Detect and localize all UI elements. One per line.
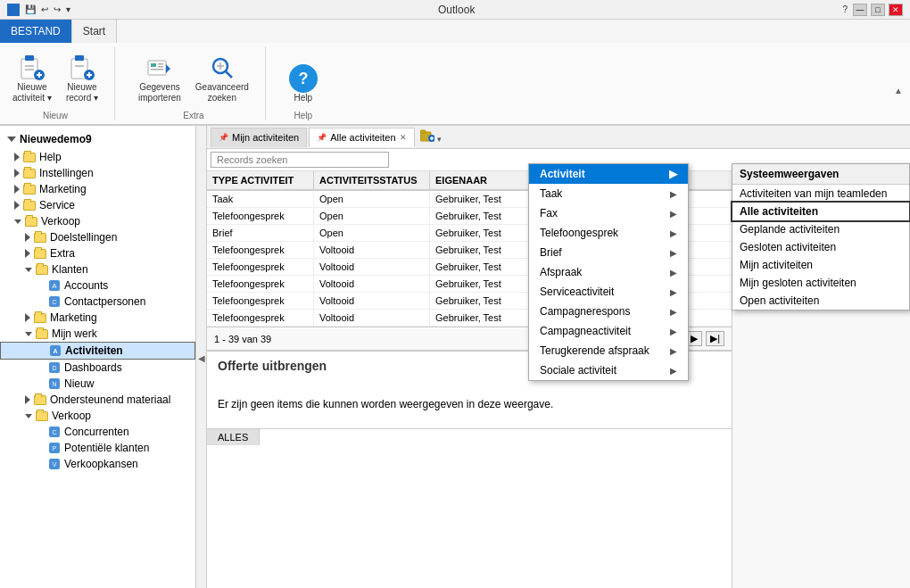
sidebar-item-nieuw[interactable]: N Nieuw xyxy=(0,376,195,392)
contactpersonen-icon: C xyxy=(48,295,61,308)
minimize-btn[interactable]: — xyxy=(853,4,867,16)
ribbon: BESTAND Start Nieuweactiviteit ▾ Nieuwer… xyxy=(0,20,910,126)
sv-item-gesloten[interactable]: Gesloten activiteiten xyxy=(732,238,909,256)
sidebar-label-verkoop2: Verkoop xyxy=(52,410,91,422)
dropdown-qa-btn[interactable]: ▾ xyxy=(64,4,72,15)
sidebar-label-mijn-werk: Mijn werk xyxy=(52,327,97,340)
cell-status: Open xyxy=(314,191,430,207)
mijn-werk-folder-icon xyxy=(36,329,48,339)
help-btn[interactable]: ? Help xyxy=(284,62,323,105)
help-title-btn[interactable]: ? xyxy=(840,4,849,16)
sidebar-item-verkoop[interactable]: Verkoop xyxy=(0,213,195,229)
sv-item-mijn[interactable]: Mijn activiteiten xyxy=(732,256,909,274)
bottom-empty-msg: Er zijn geen items die kunnen worden wee… xyxy=(207,380,732,428)
sidebar-item-ondersteunend[interactable]: Ondersteunend materiaal xyxy=(0,392,195,408)
tab-bar: 📌 Mijn activiteiten 📌 Alle activiteiten … xyxy=(207,126,910,149)
tab-close-btn[interactable]: ✕ xyxy=(400,133,407,142)
ctx-item-campagneactiviteit[interactable]: Campagneactiviteit ▶ xyxy=(529,321,688,341)
sidebar-item-instellingen[interactable]: Instellingen xyxy=(0,165,195,181)
svg-text:C: C xyxy=(52,429,56,435)
tab-bestand[interactable]: BESTAND xyxy=(0,20,72,43)
ctx-header-activiteit[interactable]: Activiteit ▶ xyxy=(529,164,688,184)
sidebar-root[interactable]: Nieuwedemo9 xyxy=(0,129,195,149)
verkoop2-folder-icon xyxy=(36,411,48,421)
empty-msg-text: Er zijn geen items die kunnen worden wee… xyxy=(218,398,553,410)
ctx-item-afspraak[interactable]: Afspraak ▶ xyxy=(529,262,688,282)
page-last-btn[interactable]: ▶| xyxy=(706,331,724,346)
search-input[interactable] xyxy=(211,152,389,168)
ctx-item-fax[interactable]: Fax ▶ xyxy=(529,203,688,223)
cell-type: Telefoongesprek xyxy=(207,242,314,258)
ctx-item-telefoongesprek[interactable]: Telefoongesprek ▶ xyxy=(529,223,688,243)
svg-line-20 xyxy=(226,71,232,78)
sidebar-item-contactpersonen[interactable]: C Contactpersonen xyxy=(0,294,195,310)
mijn-werk-chevron xyxy=(25,332,32,336)
ctx-label-afspraak: Afspraak xyxy=(540,266,582,278)
sidebar-item-verkoop2[interactable]: Verkoop xyxy=(0,408,195,424)
ctx-header-label: Activiteit xyxy=(540,168,585,180)
verkoop-folder-icon xyxy=(25,217,37,227)
sv-item-open[interactable]: Open activiteiten xyxy=(732,292,909,310)
ctx-arrow-taak: ▶ xyxy=(670,189,677,199)
ribbon-collapse-btn[interactable]: ▲ xyxy=(894,86,903,95)
new-activity-btn[interactable]: Nieuweactiviteit ▾ xyxy=(7,52,57,105)
tab-start[interactable]: Start xyxy=(72,20,117,43)
marketing2-chevron xyxy=(25,313,30,322)
new-activity-icon xyxy=(18,54,46,82)
new-record-btn[interactable]: Nieuwerecord ▾ xyxy=(61,52,103,105)
sidebar-item-concurrenten[interactable]: C Concurrenten xyxy=(0,424,195,440)
ctx-item-sociale[interactable]: Sociale activiteit ▶ xyxy=(529,360,688,380)
import-btn[interactable]: Gegevensimporteren xyxy=(133,52,186,105)
context-menu: Activiteit ▶ Taak ▶ Fax ▶ Telefoongespre… xyxy=(528,163,689,381)
ctx-item-campagnerespons[interactable]: Campagnerespons ▶ xyxy=(529,302,688,321)
sidebar-item-marketing2[interactable]: Marketing xyxy=(0,310,195,326)
sidebar-collapse-handle[interactable]: ◀ xyxy=(196,126,207,588)
close-btn[interactable]: ✕ xyxy=(889,4,903,16)
ctx-item-terugkerende[interactable]: Terugkerende afspraak ▶ xyxy=(529,341,688,360)
sidebar-item-marketing[interactable]: Marketing xyxy=(0,181,195,197)
redo-qa-btn[interactable]: ↪ xyxy=(52,4,62,15)
tab-add-btn[interactable]: ▾ xyxy=(417,129,446,145)
ctx-item-taak[interactable]: Taak ▶ xyxy=(529,184,688,203)
sidebar-item-mijn-werk[interactable]: Mijn werk xyxy=(0,326,195,342)
sidebar-label-doelstellingen: Doelstellingen xyxy=(50,231,117,244)
bottom-tab-alles[interactable]: ALLES xyxy=(207,429,260,445)
sv-item-alle[interactable]: Alle activiteiten xyxy=(732,203,909,220)
sidebar-label-verkoopkansen: Verkoopkansen xyxy=(64,458,138,470)
col-status[interactable]: ACTIVITEITSSTATUS xyxy=(314,171,430,189)
sidebar-item-activiteiten[interactable]: A Activiteiten xyxy=(0,342,195,360)
col-type[interactable]: TYPE ACTIVITEIT xyxy=(207,171,314,189)
sidebar-item-accounts[interactable]: A Accounts xyxy=(0,277,195,294)
sidebar-item-extra[interactable]: Extra xyxy=(0,245,195,261)
ctx-arrow-telefoongesprek: ▶ xyxy=(670,228,677,238)
ctx-label-fax: Fax xyxy=(540,207,558,219)
ribbon-group-extra: Gegevensimporteren Geavanceerdzoeken Ext… xyxy=(133,46,266,120)
sv-item-mijn-gesloten[interactable]: Mijn gesloten activiteiten xyxy=(732,274,909,292)
klanten-chevron xyxy=(25,268,32,272)
ctx-item-serviceactiviteit[interactable]: Serviceactiviteit ▶ xyxy=(529,282,688,302)
new-record-icon xyxy=(68,54,96,82)
sidebar-item-doelstellingen[interactable]: Doelstellingen xyxy=(0,229,195,245)
bottom-tabs: ALLES xyxy=(207,428,732,445)
ctx-item-brief[interactable]: Brief ▶ xyxy=(529,243,688,262)
sidebar-item-klanten[interactable]: Klanten xyxy=(0,261,195,277)
ctx-label-campagnerespons: Campagnerespons xyxy=(540,305,630,318)
help-folder-icon xyxy=(23,153,36,162)
tab-alle-activiteiten[interactable]: 📌 Alle activiteiten ✕ xyxy=(309,128,414,147)
sidebar-item-dashboards[interactable]: D Dashboards xyxy=(0,360,195,376)
sv-item-geplande[interactable]: Geplande activiteiten xyxy=(732,220,909,238)
sidebar-item-potentiele[interactable]: P Potentiële klanten xyxy=(0,440,195,456)
restore-btn[interactable]: □ xyxy=(871,4,885,16)
potentiele-icon: P xyxy=(48,442,61,454)
tab-mijn-activiteiten[interactable]: 📌 Mijn activiteiten xyxy=(211,128,307,147)
adv-search-btn[interactable]: Geavanceerdzoeken xyxy=(190,52,254,105)
undo-qa-btn[interactable]: ↩ xyxy=(39,4,50,15)
ctx-arrow-fax: ▶ xyxy=(670,209,677,219)
sidebar-item-help[interactable]: Help xyxy=(0,149,195,165)
sidebar-label-potentiele: Potentiële klanten xyxy=(64,442,149,454)
sidebar-item-service[interactable]: Service xyxy=(0,197,195,213)
sv-item-teamleden[interactable]: Activiteiten van mijn teamleden xyxy=(732,185,909,203)
save-qa-btn[interactable]: 💾 xyxy=(23,4,37,15)
sidebar-item-verkoopkansen[interactable]: V Verkoopkansen xyxy=(0,456,195,472)
tab-dropdown-arrow: ▾ xyxy=(437,135,442,144)
